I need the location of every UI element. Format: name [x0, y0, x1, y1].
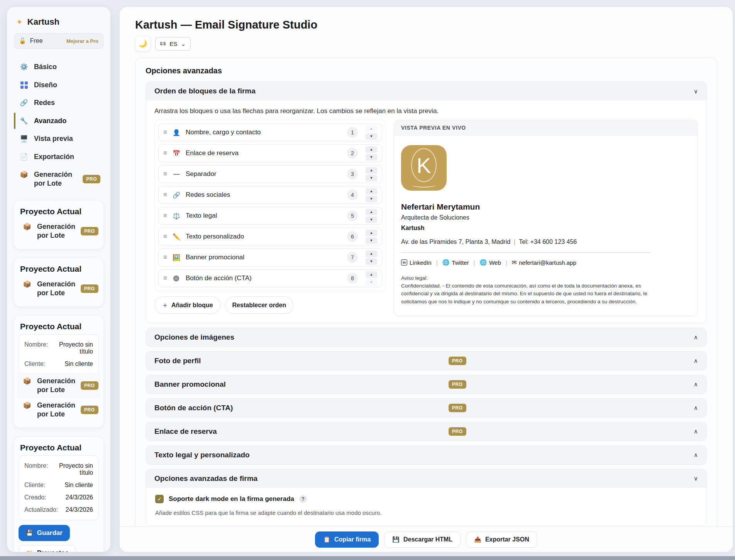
pro-badge: PRO — [81, 406, 98, 414]
move-down-button[interactable]: ▼ — [366, 196, 377, 202]
sidebar-item-generacion-lote[interactable]: 📦 Generación por Lote PRO — [14, 166, 103, 191]
move-down-button[interactable]: ▼ — [366, 175, 377, 181]
legal-title: Aviso legal: — [401, 275, 691, 281]
block-row-texto-legal[interactable]: ≡ ⚖️ Texto legal 5 ▲ ▼ — [158, 207, 382, 225]
link-icon: 🔗 — [19, 99, 29, 107]
twitter-link[interactable]: 🌐Twitter — [442, 259, 469, 266]
projects-button[interactable]: 📁 Proyectos — [19, 545, 76, 552]
download-html-button[interactable]: 💾 Descargar HTML — [384, 531, 461, 548]
accordion-opciones-imagenes: Opciones de imágenes ∧ — [146, 328, 707, 347]
order-badge: 2 — [347, 148, 358, 159]
separator-icon: — — [172, 171, 181, 178]
sidebar-item-avanzado[interactable]: 🔧 Avanzado — [14, 113, 103, 129]
project-card: Proyecto Actual Nombre: Proyecto sin tít… — [14, 437, 103, 552]
link-icon: 🔗 — [172, 191, 181, 199]
move-down-button[interactable]: ▼ — [366, 154, 377, 161]
help-icon[interactable]: ? — [299, 495, 307, 503]
move-down-button[interactable]: ▼ — [366, 217, 377, 223]
language-select[interactable]: ES ES ⌄ — [155, 37, 191, 51]
sidebar-item-generacion-lote[interactable]: 📦 Generación por Lote PRO — [17, 373, 100, 398]
chevron-up-icon: ∧ — [694, 452, 698, 458]
export-json-button[interactable]: 📤 Exportar JSON — [466, 531, 537, 548]
move-down-button[interactable]: ▼ — [366, 133, 377, 140]
theme-toggle-button[interactable]: 🌙 — [135, 36, 151, 51]
web-link[interactable]: 🌐Web — [479, 259, 501, 266]
drag-handle-icon[interactable]: ≡ — [163, 170, 167, 178]
move-down-button[interactable]: ▼ — [366, 237, 377, 244]
cta-circle-icon — [172, 275, 181, 282]
linkedin-link[interactable]: inLinkedIn — [401, 259, 432, 266]
sidebar-item-generacion-lote[interactable]: 📦 Generación por Lote PRO — [17, 276, 100, 301]
move-down-button[interactable]: ▼ — [366, 258, 377, 265]
drag-handle-icon[interactable]: ≡ — [163, 212, 167, 220]
move-up-button[interactable]: ▲ — [366, 167, 377, 174]
live-preview-card: VISTA PREVIA EN VIVO K Nefertari Merytam… — [394, 120, 698, 316]
floppy-icon: 💾 — [26, 530, 33, 536]
accordion-header[interactable]: Texto legal y personalizado ∧ — [146, 446, 706, 464]
move-up-button[interactable]: ▲ — [366, 230, 377, 236]
package-icon: 📦 — [22, 401, 32, 409]
move-up-button[interactable]: ▲ — [366, 188, 377, 195]
email-link[interactable]: ✉nefertari@kartush.app — [512, 259, 576, 266]
signature-contact: Av. de las Piramides 7, Planta 3, Madrid… — [401, 239, 691, 245]
dark-mode-checkbox[interactable]: ✓ — [155, 495, 164, 503]
gear-icon: ⚙️ — [19, 63, 29, 71]
brand: ✦ Kartush — [14, 17, 103, 27]
accordion-foto-perfil: Foto de perfil PRO ∧ — [146, 351, 707, 371]
sidebar-nav: ⚙️ Básico Diseño 🔗 Redes 🔧 Avanzado 🖥️ V… — [14, 59, 103, 191]
project-details: Nombre: Proyecto sin título Cliente: Sin… — [19, 455, 99, 520]
detail-row: Creado: 24/3/2026 — [24, 491, 93, 504]
sparkles-icon: ✦ — [16, 17, 23, 27]
block-row-separador[interactable]: ≡ — Separador 3 ▲ ▼ — [158, 165, 382, 183]
pro-badge: PRO — [449, 404, 466, 412]
move-up-button[interactable]: ▲ — [366, 271, 377, 278]
save-button[interactable]: 💾 Guardar — [19, 525, 70, 541]
accordion-header[interactable]: Enlace de reserva PRO ∧ — [146, 422, 706, 441]
move-up-button[interactable]: ▲ — [366, 250, 377, 257]
order-badge: 4 — [347, 189, 358, 200]
accordion-header[interactable]: Banner promocional PRO ∧ — [146, 375, 706, 394]
drag-handle-icon[interactable]: ≡ — [163, 233, 167, 240]
drag-handle-icon[interactable]: ≡ — [163, 254, 167, 261]
accordion-header[interactable]: Opciones de imágenes ∧ — [146, 328, 706, 347]
block-row-redes-sociales[interactable]: ≡ 🔗 Redes sociales 4 ▲ ▼ — [158, 186, 382, 204]
accordion-banner-promocional: Banner promocional PRO ∧ — [146, 375, 707, 394]
drag-handle-icon[interactable]: ≡ — [163, 129, 167, 136]
chevron-up-icon: ∧ — [694, 358, 698, 364]
block-row-enlace-reserva[interactable]: ≡ 📅 Enlace de reserva 2 ▲ ▼ — [158, 144, 382, 162]
drag-handle-icon[interactable]: ≡ — [163, 191, 167, 199]
order-badge: 8 — [347, 273, 358, 284]
block-row-boton-cta[interactable]: ≡ Botón de acción (CTA) 8 ▲ ▼ — [158, 269, 382, 287]
drag-handle-icon[interactable]: ≡ — [163, 149, 167, 157]
block-row-texto-personalizado[interactable]: ≡ ✏️ Texto personalizado 6 ▲ ▼ — [158, 228, 382, 245]
copy-signature-button[interactable]: 📋 Copiar firma — [315, 531, 379, 548]
block-row-banner-promocional[interactable]: ≡ 🖼️ Banner promocional 7 ▲ ▼ — [158, 249, 382, 266]
sidebar-item-vista-previa[interactable]: 🖥️ Vista previa — [14, 130, 103, 147]
project-details: Nombre: Proyecto sin título Cliente: Sin… — [19, 334, 99, 377]
block-row-nombre[interactable]: ≡ 👤 Nombre, cargo y contacto 1 ▲ ▼ — [158, 124, 382, 141]
dark-mode-label: Soporte dark mode en la firma generada — [169, 495, 294, 503]
drag-handle-icon[interactable]: ≡ — [163, 274, 167, 282]
pro-badge: PRO — [81, 381, 98, 390]
detail-row: Cliente: Sin cliente — [24, 358, 93, 370]
reset-order-button[interactable]: Restablecer orden — [225, 296, 294, 314]
sidebar-item-generacion-lote[interactable]: 📦 Generación por Lote PRO — [17, 397, 100, 422]
section-title: Opciones avanzadas — [146, 66, 707, 75]
accordion-header[interactable]: Botón de acción (CTA) PRO ∧ — [146, 399, 706, 417]
sidebar-item-basico[interactable]: ⚙️ Básico — [14, 59, 103, 75]
header-controls: 🌙 ES ES ⌄ — [135, 36, 717, 51]
accordion-header[interactable]: Opciones avanzadas de firma ∨ — [146, 469, 706, 488]
sidebar-item-diseno[interactable]: Diseño — [14, 77, 103, 93]
move-up-button[interactable]: ▲ — [366, 209, 377, 215]
move-up-button[interactable]: ▲ — [366, 146, 377, 153]
dark-mode-description: Añade estilos CSS para que la firma se a… — [155, 509, 697, 516]
sidebar-item-redes[interactable]: 🔗 Redes — [14, 95, 103, 111]
sidebar-item-exportacion[interactable]: 📄 Exportación — [14, 149, 103, 165]
add-block-button[interactable]: ＋ Añadir bloque — [154, 296, 220, 314]
globe-icon: 🌐 — [442, 259, 450, 266]
upgrade-to-pro-link[interactable]: Mejorar a Pro — [66, 38, 98, 44]
project-section-title: Proyecto Actual — [20, 207, 97, 216]
sidebar-item-generacion-lote[interactable]: 📦 Generación por Lote PRO — [17, 218, 100, 244]
accordion-header-block-order[interactable]: Orden de bloques de la firma ∨ — [146, 82, 706, 100]
accordion-header[interactable]: Foto de perfil PRO ∧ — [146, 352, 706, 370]
